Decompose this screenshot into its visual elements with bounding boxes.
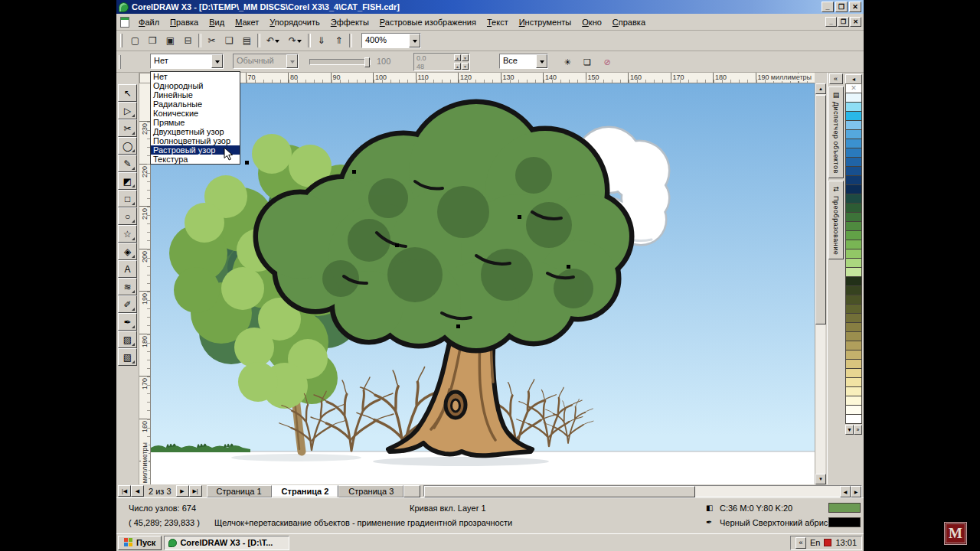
separator[interactable]: [197, 32, 203, 49]
vertical-ruler[interactable]: 230220210200190180170160 миллиметры: [139, 83, 151, 484]
copy-button[interactable]: ❏: [220, 32, 238, 49]
mdi-close-button[interactable]: ✕: [850, 17, 861, 27]
menu-item[interactable]: Окно: [577, 15, 607, 29]
redo-button[interactable]: ↷: [284, 32, 306, 49]
transparency-target-arrow[interactable]: [536, 54, 547, 68]
vertical-scroll-thumb[interactable]: [815, 95, 826, 324]
copy-transparency-button[interactable]: ❏: [579, 54, 596, 70]
zoom-level-combo[interactable]: 400%: [361, 33, 421, 48]
separator[interactable]: [306, 32, 312, 49]
horizontal-scroll-thumb[interactable]: [424, 486, 695, 497]
dropdown-item[interactable]: Конические: [151, 109, 240, 118]
scroll-down-button[interactable]: ▼: [815, 474, 826, 484]
menu-item[interactable]: Эффекты: [325, 15, 374, 29]
start-button[interactable]: Пуск: [118, 536, 162, 550]
toolbar-grip[interactable]: [119, 55, 121, 69]
menu-item[interactable]: Справка: [607, 15, 651, 29]
scroll-up-button[interactable]: ▲: [815, 83, 826, 94]
edge-spin-up-icon: ▲: [454, 63, 461, 70]
dropdown-item[interactable]: Полноцветный узор: [151, 136, 240, 145]
transparency-target-combo[interactable]: Все: [499, 54, 548, 69]
palette-expand-button[interactable]: »: [854, 425, 862, 435]
taskbar-task-button[interactable]: CorelDRAW X3 - [D:\T...: [164, 536, 289, 550]
open-button[interactable]: ❒: [144, 32, 162, 49]
page-tab[interactable]: Страница 1: [207, 485, 272, 497]
mdi-minimize-button[interactable]: _: [825, 17, 837, 27]
freeze-transparency-button[interactable]: ✳: [559, 54, 576, 70]
dropdown-item[interactable]: Радиальные: [151, 99, 240, 109]
menu-item[interactable]: Инструменты: [514, 15, 577, 29]
freehand-tool[interactable]: ✎: [118, 155, 137, 172]
transparency-type-arrow[interactable]: [211, 54, 223, 68]
language-indicator[interactable]: En: [810, 538, 820, 547]
dropdown-item[interactable]: Линейные: [151, 90, 240, 99]
tray-collapse-button[interactable]: «: [795, 537, 806, 549]
cut-button[interactable]: ✂: [203, 32, 220, 49]
close-button[interactable]: ✕: [849, 2, 861, 12]
export-button[interactable]: ⇑: [330, 32, 348, 49]
palette-color[interactable]: [845, 414, 862, 424]
mdi-restore-button[interactable]: ❐: [838, 17, 849, 27]
menu-item[interactable]: Правка: [165, 15, 204, 29]
docker-tab-object-manager[interactable]: ▤ Диспетчер объектов: [828, 86, 844, 178]
fill-tool[interactable]: ▨: [118, 331, 137, 348]
minimize-button[interactable]: _: [822, 2, 834, 12]
basic-shapes-tool[interactable]: ◈: [118, 243, 137, 260]
menu-item[interactable]: Файл: [133, 15, 165, 29]
polygon-tool[interactable]: ☆: [118, 225, 137, 243]
vertical-scrollbar[interactable]: ▲ ▼: [815, 83, 825, 484]
dropdown-item[interactable]: Двухцветный узор: [151, 127, 240, 136]
ruler-origin-button[interactable]: [139, 73, 151, 83]
ellipse-tool[interactable]: ○: [118, 207, 137, 225]
new-button[interactable]: ▢: [126, 32, 144, 49]
dropdown-item[interactable]: Однородный: [151, 81, 240, 90]
menu-item[interactable]: Упорядочить: [264, 15, 325, 29]
toolbar-grip[interactable]: [120, 34, 122, 47]
no-transparency-button[interactable]: ⊘: [599, 54, 616, 70]
eyedropper-tool[interactable]: ✐: [118, 295, 137, 313]
first-page-button[interactable]: |◀: [118, 485, 131, 497]
next-page-button[interactable]: ▶: [176, 485, 189, 497]
outline-tool[interactable]: ✒: [118, 313, 137, 331]
import-button[interactable]: ⇓: [312, 32, 330, 49]
document-icon[interactable]: [120, 17, 129, 28]
horizontal-scrollbar[interactable]: ◀ ▶: [423, 485, 862, 497]
zoom-tool[interactable]: ◯: [118, 137, 137, 155]
interactive-fill-tool[interactable]: ▧: [118, 348, 137, 366]
zoom-combo-arrow[interactable]: [409, 34, 420, 47]
smart-fill-tool[interactable]: ◩: [118, 172, 137, 190]
transparency-type-combo[interactable]: Нет: [150, 54, 224, 69]
shape-tool[interactable]: ▷: [118, 102, 137, 119]
page-tab[interactable]: Страница 2: [272, 485, 339, 497]
previous-page-button[interactable]: ◀: [131, 485, 144, 497]
menu-item[interactable]: Растровые изображения: [374, 15, 482, 29]
dropdown-item[interactable]: Нет: [151, 72, 240, 81]
pick-tool[interactable]: ↖: [118, 84, 137, 102]
add-page-button[interactable]: [403, 485, 420, 497]
print-button[interactable]: ⊟: [179, 32, 197, 49]
save-button[interactable]: ▣: [162, 32, 179, 49]
restore-button[interactable]: ❐: [835, 2, 848, 12]
page-tab[interactable]: Страница 3: [338, 485, 403, 497]
scroll-right-button[interactable]: ▶: [851, 486, 861, 497]
tray-app-icon[interactable]: [824, 539, 831, 546]
separator[interactable]: [348, 32, 354, 49]
palette-scroll-down-button[interactable]: ▼: [845, 425, 854, 435]
last-page-button[interactable]: ▶|: [189, 485, 202, 497]
text-tool[interactable]: А: [118, 260, 137, 278]
dropdown-item[interactable]: Прямые: [151, 118, 240, 127]
separator[interactable]: [256, 32, 262, 49]
interactive-blend-tool[interactable]: ≋: [118, 278, 137, 295]
drawing-canvas[interactable]: [151, 83, 815, 484]
horizontal-ruler[interactable]: 6070809010011012013014015016017018019020…: [151, 73, 815, 83]
docker-collapse-button[interactable]: «: [829, 73, 843, 84]
menu-item[interactable]: Текст: [482, 15, 514, 29]
paste-button[interactable]: ▤: [238, 32, 256, 49]
docker-tab-transformation[interactable]: ⇄ Преобразование: [828, 181, 844, 259]
crop-tool[interactable]: ✂: [118, 119, 137, 137]
scroll-left-button[interactable]: ◀: [840, 486, 851, 497]
rectangle-tool[interactable]: □: [118, 190, 137, 207]
menu-item[interactable]: Вид: [204, 15, 230, 29]
undo-button[interactable]: ↶: [262, 32, 284, 49]
menu-item[interactable]: Макет: [230, 15, 264, 29]
